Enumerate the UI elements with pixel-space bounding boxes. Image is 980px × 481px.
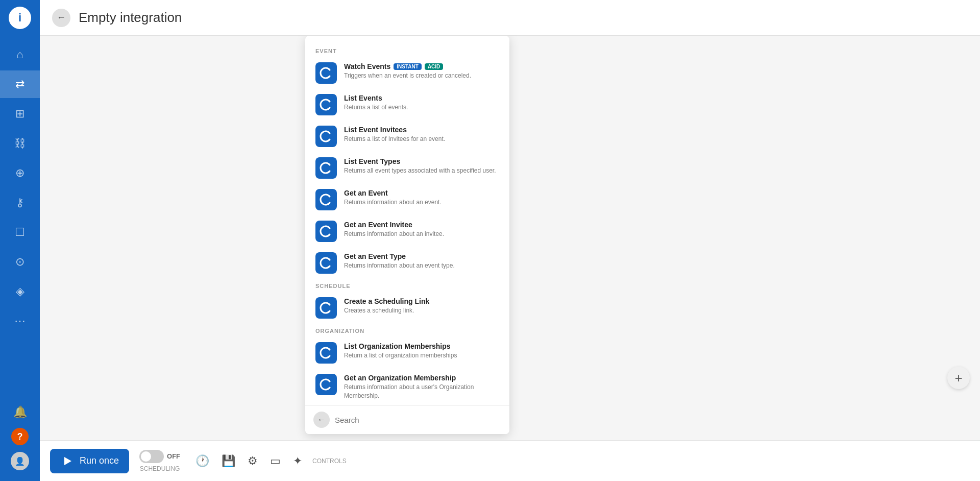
badge-acid-watch-events: ACID <box>425 63 443 70</box>
badge-instant-watch-events: INSTANT <box>394 63 422 70</box>
search-back-button[interactable]: ← <box>313 412 330 428</box>
key-icon: ⚷ <box>16 196 24 209</box>
item-icon-list-events <box>315 94 337 115</box>
sidebar-item-web[interactable]: ⊕ <box>0 159 40 187</box>
dropdown-item-list-event-types[interactable]: List Event TypesReturns all event types … <box>305 152 509 184</box>
sidebar-logo: i <box>0 0 40 36</box>
wand-toolbar-icon: ✦ <box>293 454 302 468</box>
search-back-icon: ← <box>317 415 326 424</box>
item-icon-list-organization-memberships <box>315 342 337 364</box>
item-title-list-organization-memberships: List Organization Memberships <box>344 342 499 350</box>
item-title-watch-events: Watch EventsINSTANTACID <box>344 62 499 70</box>
sidebar-item-mobile[interactable]: ☐ <box>0 219 40 246</box>
section-label-organization: ORGANIZATION <box>305 324 509 337</box>
topbar: ← Empty integration <box>40 0 980 36</box>
item-icon-get-an-event-type <box>315 252 337 274</box>
item-desc-watch-events: Triggers when an event is created or can… <box>344 71 499 80</box>
sidebar-item-integrations[interactable]: ⇄ <box>0 70 40 98</box>
section-label-schedule: SCHEDULE <box>305 279 509 292</box>
svg-marker-0 <box>64 457 71 465</box>
sidebar-item-more[interactable]: ⋯ <box>0 307 40 335</box>
section-label-event: EVENT <box>305 44 509 57</box>
scheduling-toggle[interactable] <box>139 450 164 463</box>
dropdown-item-get-an-event[interactable]: Get an EventReturns information about an… <box>305 184 509 215</box>
sidebar-item-connections[interactable]: ⛓ <box>0 130 40 157</box>
sidebar-item-home[interactable]: ⌂ <box>0 41 40 68</box>
clock-toolbar-button[interactable]: 🕐 <box>195 454 209 468</box>
more-icon: ⋯ <box>14 315 26 328</box>
toggle-group: OFF <box>139 450 180 463</box>
dropdown-item-get-an-event-type[interactable]: Get an Event TypeReturns information abo… <box>305 247 509 279</box>
mobile-icon: ☐ <box>15 226 25 239</box>
sidebar-item-objects[interactable]: ◈ <box>0 278 40 305</box>
item-text-get-an-event-type: Get an Event TypeReturns information abo… <box>344 252 499 270</box>
item-icon-watch-events <box>315 62 337 84</box>
controls-group: 🕐 💾 ⚙ ▭ ✦ <box>195 454 302 468</box>
canvas: ? EVENT Watch EventsINSTANTACIDTriggers … <box>40 36 980 440</box>
item-text-list-events: List EventsReturns a list of events. <box>344 94 499 112</box>
settings-toolbar-button[interactable]: ⚙ <box>248 454 258 468</box>
item-desc-get-organization-membership: Returns information about a user's Organ… <box>344 383 499 400</box>
save-toolbar-button[interactable]: 💾 <box>222 454 235 468</box>
module-picker-scroll[interactable]: EVENT Watch EventsINSTANTACIDTriggers wh… <box>305 36 509 405</box>
item-desc-list-organization-memberships: Return a list of organization membership… <box>344 351 499 360</box>
globe-icon: ⊕ <box>15 166 24 180</box>
item-text-create-scheduling-link: Create a Scheduling LinkCreates a schedu… <box>344 297 499 315</box>
item-text-list-event-invitees: List Event InviteesReturns a list of Inv… <box>344 126 499 143</box>
run-once-button[interactable]: Run once <box>50 449 129 473</box>
item-title-list-event-types: List Event Types <box>344 157 499 165</box>
dropdown-item-watch-events[interactable]: Watch EventsINSTANTACIDTriggers when an … <box>305 57 509 89</box>
sidebar-item-database[interactable]: ⊙ <box>0 248 40 276</box>
sidebar-item-keys[interactable]: ⚷ <box>0 189 40 217</box>
page-title: Empty integration <box>79 10 182 26</box>
sidebar: i ⌂ ⇄ ⊞ ⛓ ⊕ ⚷ ☐ ⊙ ◈ ⋯ <box>0 0 40 481</box>
play-icon <box>60 454 75 468</box>
bell-icon: 🔔 <box>13 405 27 419</box>
item-title-create-scheduling-link: Create a Scheduling Link <box>344 297 499 305</box>
sidebar-bottom: 🔔 ? 👤 <box>0 398 40 481</box>
sidebar-item-avatar[interactable]: 👤 <box>0 447 40 475</box>
plus-icon: + <box>954 370 962 386</box>
dropdown-item-list-event-invitees[interactable]: List Event InviteesReturns a list of Inv… <box>305 121 509 152</box>
back-icon: ← <box>57 12 66 23</box>
run-once-label: Run once <box>80 455 119 466</box>
item-desc-create-scheduling-link: Creates a scheduling link. <box>344 306 499 315</box>
item-desc-get-an-event-invitee: Returns information about an invitee. <box>344 230 499 238</box>
item-title-get-organization-membership: Get an Organization Membership <box>344 374 499 382</box>
add-module-button[interactable]: + <box>947 367 970 389</box>
clock-toolbar-icon: 🕐 <box>195 454 209 468</box>
item-title-list-event-invitees: List Event Invitees <box>344 126 499 134</box>
database-icon: ⊙ <box>15 255 24 269</box>
sidebar-item-notifications[interactable]: 🔔 <box>0 398 40 426</box>
module-picker-panel: EVENT Watch EventsINSTANTACIDTriggers wh… <box>305 36 509 434</box>
search-input[interactable] <box>335 416 501 424</box>
layout-toolbar-button[interactable]: ▭ <box>270 454 281 468</box>
sidebar-item-apps[interactable]: ⊞ <box>0 100 40 128</box>
item-desc-list-events: Returns a list of events. <box>344 103 499 112</box>
item-title-list-events: List Events <box>344 94 499 102</box>
wand-toolbar-button[interactable]: ✦ <box>293 454 302 468</box>
item-icon-list-event-invitees <box>315 126 337 147</box>
item-icon-list-event-types <box>315 157 337 179</box>
item-text-watch-events: Watch EventsINSTANTACIDTriggers when an … <box>344 62 499 80</box>
scheduling-section: OFF SCHEDULING <box>139 450 180 472</box>
back-button[interactable]: ← <box>52 9 70 27</box>
dropdown-item-get-organization-membership[interactable]: Get an Organization MembershipReturns in… <box>305 369 509 405</box>
dropdown-item-get-an-event-invitee[interactable]: Get an Event InviteeReturns information … <box>305 215 509 247</box>
item-title-get-an-event-type: Get an Event Type <box>344 252 499 260</box>
item-text-get-organization-membership: Get an Organization MembershipReturns in… <box>344 374 499 400</box>
help-button[interactable]: ? <box>11 428 29 445</box>
avatar-icon: 👤 <box>15 456 25 466</box>
item-desc-list-event-invitees: Returns a list of Invitees for an event. <box>344 135 499 143</box>
apps-icon: ⊞ <box>15 107 24 121</box>
home-icon: ⌂ <box>16 48 23 61</box>
dropdown-item-list-organization-memberships[interactable]: List Organization MembershipsReturn a li… <box>305 337 509 369</box>
dropdown-item-create-scheduling-link[interactable]: Create a Scheduling LinkCreates a schedu… <box>305 292 509 324</box>
item-icon-get-organization-membership <box>315 374 337 395</box>
dropdown-item-list-events[interactable]: List EventsReturns a list of events. <box>305 89 509 121</box>
controls-label: CONTROLS <box>312 458 347 465</box>
integrations-icon: ⇄ <box>15 78 24 91</box>
app-logo[interactable]: i <box>9 7 31 29</box>
item-text-get-an-event-invitee: Get an Event InviteeReturns information … <box>344 221 499 238</box>
item-desc-get-an-event-type: Returns information about an event type. <box>344 261 499 270</box>
